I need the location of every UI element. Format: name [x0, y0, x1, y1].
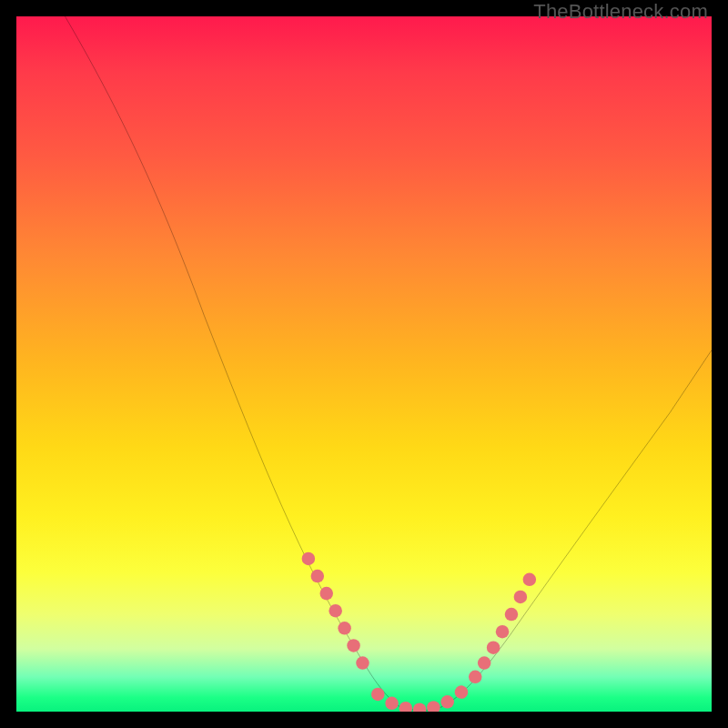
plot-area: [16, 16, 712, 712]
svg-point-7: [371, 688, 385, 702]
svg-point-15: [478, 656, 491, 670]
svg-point-17: [496, 625, 510, 639]
marker-layer: [16, 16, 712, 712]
svg-point-14: [469, 671, 482, 684]
svg-point-12: [440, 695, 454, 709]
svg-point-5: [347, 639, 360, 652]
svg-point-16: [487, 641, 500, 654]
markers-right: [469, 573, 536, 683]
watermark-text: TheBottleneck.com: [533, 0, 708, 24]
svg-point-1: [311, 570, 325, 583]
svg-point-10: [413, 703, 427, 712]
svg-point-9: [399, 702, 413, 712]
svg-point-11: [427, 701, 440, 712]
svg-point-6: [356, 656, 369, 670]
svg-point-3: [329, 604, 342, 618]
svg-point-13: [455, 685, 469, 699]
svg-point-2: [319, 587, 333, 601]
chart-frame: TheBottleneck.com: [0, 0, 728, 728]
svg-point-0: [302, 552, 316, 566]
markers-left: [302, 552, 369, 670]
svg-point-19: [514, 591, 528, 604]
svg-point-18: [505, 608, 519, 622]
markers-bottom: [371, 685, 468, 712]
svg-point-4: [338, 622, 351, 635]
svg-point-8: [385, 697, 399, 711]
svg-point-20: [523, 573, 537, 587]
